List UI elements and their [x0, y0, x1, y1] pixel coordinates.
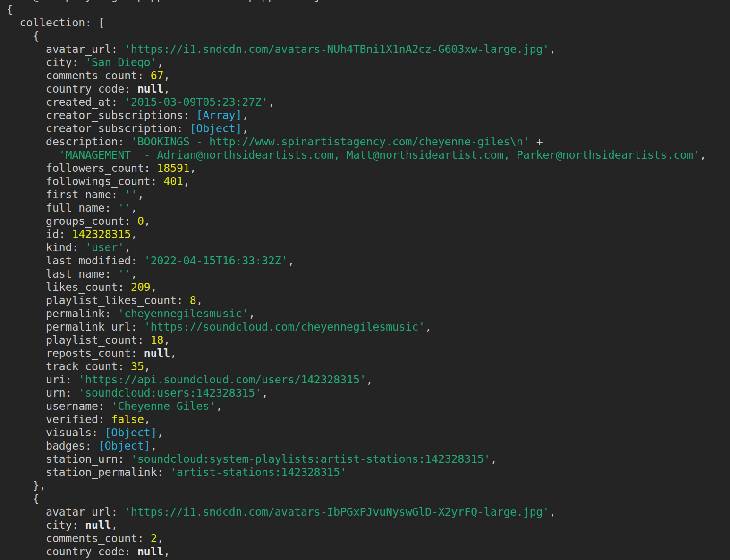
token-plain: verified: — [7, 413, 111, 425]
token-plain: last_name: — [7, 268, 118, 280]
terminal-line: urn: 'soundcloud:users:142328315', — [7, 386, 730, 399]
terminal-line: followers_count: 18591, — [7, 161, 730, 175]
terminal-line: city: 'San Diego', — [7, 56, 730, 69]
token-string: 'MANAGEMENT - Adrian@northsideartists.co… — [59, 149, 700, 161]
token-boolean: false — [111, 413, 144, 425]
terminal-line: { — [7, 29, 730, 42]
token-plain: , — [163, 334, 170, 346]
terminal-line: followings_count: 401, — [7, 175, 730, 188]
token-string: 'https://api.soundcloud.com/users/142328… — [78, 373, 366, 386]
token-string: 'Cheyenne Giles' — [111, 400, 216, 412]
token-plain: , — [262, 387, 268, 399]
token-plain: playlist_count: — [7, 334, 151, 346]
token-plain: track_count: — [7, 360, 131, 373]
terminal-line: verified: false, — [7, 413, 730, 426]
token-plain: , — [425, 321, 432, 333]
token-plain: groups_count: — [7, 215, 137, 227]
clipped-bottom-line: created_at: '2015-06-11T17:26:06Z', — [7, 558, 730, 560]
terminal-line: country_code: null, — [7, 545, 730, 558]
token-plain: , — [111, 519, 118, 531]
token-plain: , — [183, 175, 190, 187]
token-plain: , — [144, 413, 151, 425]
token-plain: + — [530, 136, 543, 148]
terminal-line: badges: [Object], — [7, 439, 730, 452]
token-number: 35 — [131, 360, 144, 373]
token-string: 'cheyennegilesmusic' — [118, 307, 248, 320]
token-string: 'https://i1.sndcdn.com/avatars-IbPGxPJvu… — [124, 506, 549, 518]
token-plain: reposts_count: — [7, 347, 144, 359]
token-plain: description: — [7, 136, 131, 148]
token-plain: , — [549, 506, 556, 518]
terminal-line: comments_count: 2, — [7, 532, 730, 545]
token-string: 'https://i1.sndcdn.com/avatars-NUh4TBni1… — [124, 43, 549, 55]
token-plain: followers_count: — [7, 162, 157, 174]
token-plain: collection: [ — [7, 17, 105, 29]
token-number: 2 — [151, 532, 157, 544]
terminal-line: id: 142328315, — [7, 228, 730, 241]
token-number: 142328315 — [72, 228, 131, 240]
token-plain: comments_count: — [7, 532, 151, 544]
token-plain: , — [131, 202, 137, 214]
token-plain: permalink: — [7, 307, 118, 320]
token-plain: , — [196, 294, 203, 306]
terminal-line: station_urn: 'soundcloud:system-playlist… — [7, 452, 730, 466]
token-plain: country_code: — [7, 545, 137, 558]
token-prompt: user@mac playwright-puppeteer % node pup… — [7, 0, 327, 2]
token-string: '2022-04-15T16:33:32Z' — [144, 255, 288, 267]
token-number: 401 — [163, 175, 183, 187]
token-null: null — [85, 519, 111, 531]
token-plain: likes_count: — [7, 281, 131, 293]
token-plain: uri: — [7, 373, 78, 386]
token-plain: comments_count: — [7, 69, 151, 82]
token-plain: , — [366, 373, 373, 386]
token-string: '2015-03-09T05:23:27Z' — [124, 96, 268, 108]
token-plain: , — [144, 215, 151, 227]
token-plain — [7, 149, 59, 161]
terminal-line: kind: 'user', — [7, 241, 730, 254]
token-number: 67 — [151, 69, 164, 82]
token-plain: , — [151, 440, 157, 452]
token-number: 209 — [131, 281, 151, 293]
token-plain: full_name: — [7, 202, 118, 214]
token-plain: , — [288, 255, 294, 267]
token-plain: , — [157, 56, 164, 68]
terminal-line: creator_subscription: [Object], — [7, 122, 730, 135]
token-special: [Array] — [196, 109, 242, 121]
token-special: [Object] — [105, 426, 157, 439]
token-plain: creator_subscriptions: — [7, 109, 196, 121]
token-number: 18591 — [157, 162, 190, 174]
terminal-line: country_code: null, — [7, 82, 730, 95]
terminal-line: collection: [ — [7, 16, 730, 29]
token-plain: , — [242, 122, 249, 135]
token-plain: , — [163, 83, 170, 95]
token-plain: country_code: — [7, 83, 137, 95]
token-plain: kind: — [7, 241, 85, 254]
token-plain: creator_subscription: — [7, 122, 190, 135]
token-plain: station_permalink: — [7, 466, 170, 478]
token-plain: , — [157, 532, 164, 544]
token-plain: id: — [7, 228, 72, 240]
terminal-line: likes_count: 209, — [7, 280, 730, 294]
token-string: 'user' — [85, 241, 124, 254]
token-plain: city: — [7, 519, 85, 531]
token-plain: , — [157, 426, 164, 439]
token-plain: , — [549, 43, 556, 55]
token-special: [Object] — [98, 440, 151, 452]
token-plain: { — [7, 492, 39, 505]
terminal-line: username: 'Cheyenne Giles', — [7, 399, 730, 413]
terminal-line: description: 'BOOKINGS - http://www.spin… — [7, 135, 730, 148]
terminal-line: track_count: 35, — [7, 360, 730, 373]
terminal-line: permalink: 'cheyennegilesmusic', — [7, 307, 730, 320]
token-plain: }, — [7, 479, 46, 492]
terminal-line: 'MANAGEMENT - Adrian@northsideartists.co… — [7, 148, 730, 161]
token-plain: , — [131, 268, 137, 280]
terminal-window: user@mac playwright-puppeteer % node pup… — [0, 0, 730, 560]
terminal-line: comments_count: 67, — [7, 69, 730, 82]
token-special: [Object] — [190, 122, 242, 135]
terminal-line: avatar_url: 'https://i1.sndcdn.com/avata… — [7, 505, 730, 518]
terminal-line: last_name: '', — [7, 267, 730, 280]
token-number: 0 — [137, 215, 144, 227]
terminal-line: full_name: '', — [7, 201, 730, 214]
terminal-line: last_modified: '2022-04-15T16:33:32Z', — [7, 254, 730, 267]
token-plain: badges: — [7, 440, 98, 452]
